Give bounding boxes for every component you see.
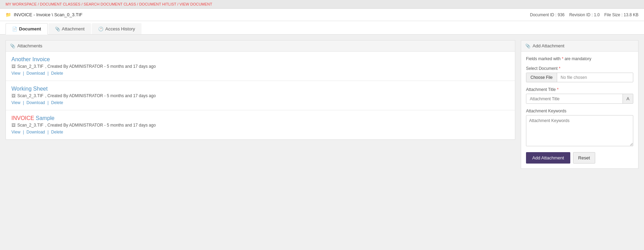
tab-attachment[interactable]: 📎 Attachment <box>48 23 91 34</box>
delete-link-1[interactable]: Delete <box>51 71 63 76</box>
attachment-title-input[interactable] <box>526 94 623 103</box>
breadcrumb: MY WORKSPACE / DOCUMENT CLASSES / SEARCH… <box>0 0 644 9</box>
attachment-meta-3: 🖼 Scan_2_3.TIF , Created By ADMINISTRATO… <box>11 123 509 128</box>
add-attachment-header: 📎 Add Attachment <box>521 40 638 52</box>
invoice-highlight: INVOICE <box>11 115 34 121</box>
attachment-meta-1: 🖼 Scan_2_3.TIF , Created By ADMINISTRATO… <box>11 64 509 69</box>
add-attachment-title: Add Attachment <box>533 43 564 48</box>
download-link-3[interactable]: Download <box>27 130 45 135</box>
sample-text: Sample <box>36 115 54 121</box>
view-link-2[interactable]: View <box>11 100 20 105</box>
file-icon-1: 🖼 <box>11 64 16 69</box>
attachment-meta-text-1: , Created By ADMINISTRATOR - 5 months an… <box>45 64 156 69</box>
attachment-keywords-textarea[interactable] <box>526 115 633 146</box>
main-layout: 📎 Attachments Another Invoice 🖼 Scan_2_3… <box>0 35 644 174</box>
tab-document-label: Document <box>19 26 41 31</box>
delete-link-3[interactable]: Delete <box>51 130 63 135</box>
attachment-actions-3: View | Download | Delete <box>11 130 509 135</box>
action-buttons: Add Attachment Reset <box>526 152 633 164</box>
breadcrumb-item-5: VIEW DOCUMENT <box>180 2 212 6</box>
attachment-title-group: Attachment Title * A <box>526 87 633 104</box>
add-attachment-panel: 📎 Add Attachment Fields marked with * ar… <box>521 40 638 169</box>
attachment-tab-icon: 📎 <box>55 27 60 31</box>
add-pin-icon: 📎 <box>525 44 530 48</box>
attachment-keywords-label: Attachment Keywords <box>526 109 633 113</box>
access-history-tab-icon: 🕐 <box>98 27 103 31</box>
attachment-actions-2: View | Download | Delete <box>11 100 509 105</box>
tab-access-history[interactable]: 🕐 Access History <box>92 23 142 34</box>
document-meta: Document ID : 936 Revision ID : 1.0 File… <box>530 12 638 17</box>
tab-attachment-label: Attachment <box>62 26 85 31</box>
delete-link-2[interactable]: Delete <box>51 100 63 105</box>
attachment-file-3: Scan_2_3.TIF <box>17 123 43 128</box>
download-link-1[interactable]: Download <box>27 71 45 76</box>
tabs-bar: 📄 Document 📎 Attachment 🕐 Access History <box>0 21 644 35</box>
attachment-item-1: Another Invoice 🖼 Scan_2_3.TIF , Created… <box>6 52 515 81</box>
file-icon-3: 🖼 <box>11 123 16 128</box>
tab-document[interactable]: 📄 Document <box>6 23 48 35</box>
breadcrumb-item-3[interactable]: SEARCH DOCUMENT CLASS <box>84 2 136 6</box>
attachment-title-2: Working Sheet <box>11 86 509 92</box>
mandatory-note: Fields marked with * are mandatory <box>526 56 633 61</box>
view-link-3[interactable]: View <box>11 130 20 135</box>
attachments-panel-header: 📎 Attachments <box>6 40 515 52</box>
breadcrumb-item-2[interactable]: DOCUMENT CLASSES <box>40 2 80 6</box>
view-link-1[interactable]: View <box>11 71 20 76</box>
breadcrumb-item-1[interactable]: MY WORKSPACE <box>6 2 37 6</box>
attachment-meta-text-3: , Created By ADMINISTRATOR - 5 months an… <box>45 123 156 128</box>
attachment-file-2: Scan_2_3.TIF <box>17 93 43 98</box>
pin-icon: 📎 <box>10 44 15 48</box>
attachments-panel: 📎 Attachments Another Invoice 🖼 Scan_2_3… <box>6 40 515 140</box>
breadcrumb-item-4[interactable]: DOCUMENT HITLIST <box>139 2 176 6</box>
file-input-row[interactable]: Choose File No file chosen <box>526 73 633 82</box>
attachment-title-3: INVOICE Sample <box>11 115 509 121</box>
attachments-panel-title: Attachments <box>17 43 42 48</box>
document-title: 📁 INVOICE - Invoice \ Scan_0_3.TIF <box>6 12 82 17</box>
folder-icon: 📁 <box>6 12 11 17</box>
attachment-meta-text-2: , Created By ADMINISTRATOR - 5 months an… <box>45 93 156 98</box>
attachment-item-2: Working Sheet 🖼 Scan_2_3.TIF , Created B… <box>6 81 515 110</box>
add-attachment-button[interactable]: Add Attachment <box>526 152 570 164</box>
attachment-actions-1: View | Download | Delete <box>11 71 509 76</box>
document-header: 📁 INVOICE - Invoice \ Scan_0_3.TIF Docum… <box>0 9 644 21</box>
select-document-label: Select Document * <box>526 66 633 71</box>
attachment-item-3: INVOICE Sample 🖼 Scan_2_3.TIF , Created … <box>6 110 515 139</box>
attachment-title-input-row: A <box>526 94 633 104</box>
file-icon-2: 🖼 <box>11 93 16 98</box>
attachment-title-1: Another Invoice <box>11 56 509 63</box>
reset-button[interactable]: Reset <box>573 152 595 164</box>
attachment-file-1: Scan_2_3.TIF <box>17 64 43 69</box>
add-attachment-body: Fields marked with * are mandatory Selec… <box>521 52 638 168</box>
download-link-2[interactable]: Download <box>27 100 45 105</box>
select-document-group: Select Document * Choose File No file ch… <box>526 66 633 82</box>
choose-file-button[interactable]: Choose File <box>526 73 557 82</box>
attachment-meta-2: 🖼 Scan_2_3.TIF , Created By ADMINISTRATO… <box>11 93 509 98</box>
document-tab-icon: 📄 <box>12 27 17 31</box>
attachment-keywords-group: Attachment Keywords <box>526 109 633 147</box>
attachment-title-action-button[interactable]: A <box>623 94 633 103</box>
no-file-text: No file chosen <box>557 73 633 82</box>
attachment-title-label: Attachment Title * <box>526 87 633 92</box>
tab-access-history-label: Access History <box>105 26 135 31</box>
